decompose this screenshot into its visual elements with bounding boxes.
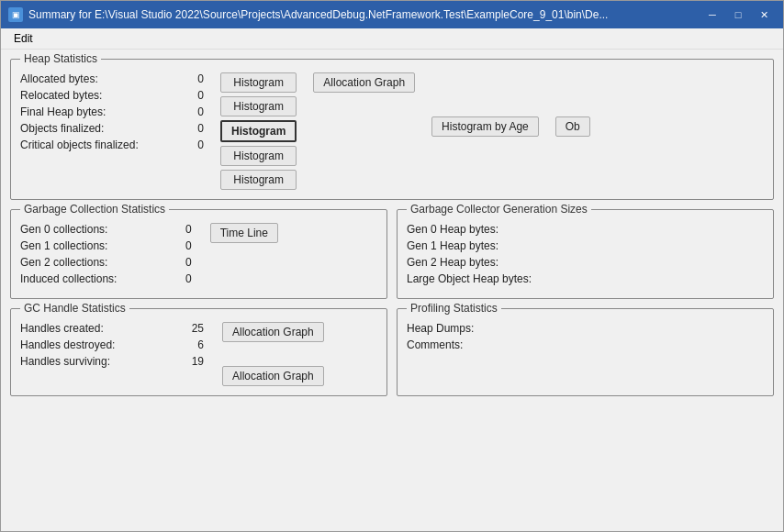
allocated-bytes-row: Allocated bytes: 0 [20,72,213,85]
histogram-age-group: Histogram by Age [431,116,539,137]
gc-handle-rows: Handles created: 25 Handles destroyed: 6… [20,322,213,371]
loh-bytes-row: Large Object Heap bytes: [407,272,764,285]
heap-statistics-group: Heap Statistics Allocated bytes: 0 Reloc… [10,59,774,200]
induced-collections-label: Induced collections: [20,272,185,285]
middle-row: Garbage Collection Statistics Gen 0 coll… [10,209,774,299]
gc-handle-label: GC Handle Statistics [20,302,129,315]
histogram-by-age-btn[interactable]: Histogram by Age [431,116,539,137]
gen2-collections-value: 0 [185,256,192,269]
window-title: Summary for E:\Visual Studio 2022\Source… [28,8,608,21]
gen0-heap-label: Gen 0 Heap bytes: [407,223,572,236]
final-heap-label: Final Heap bytes: [20,105,167,118]
objects-finalized-row: Objects finalized: 0 [20,122,213,135]
app-icon: ▣ [8,7,23,22]
histogram-btn-1[interactable]: Histogram [220,72,297,93]
edit-menu[interactable]: Edit [8,30,39,47]
title-bar: ▣ Summary for E:\Visual Studio 2022\Sour… [1,1,783,28]
menu-bar: Edit [1,28,783,50]
heap-dumps-label: Heap Dumps: [407,322,572,335]
gen1-heap-row: Gen 1 Heap bytes: [407,239,764,252]
handles-surviving-label: Handles surviving: [20,355,167,368]
comments-row: Comments: [407,338,764,351]
critical-objects-value: 0 [167,139,213,151]
handles-surviving-row: Handles surviving: 19 [20,355,213,368]
gc-stats-rows: Gen 0 collections: 0 Gen 1 collections: … [20,223,192,289]
gc-gen-sizes-rows: Gen 0 Heap bytes: Gen 1 Heap bytes: Gen … [407,223,764,285]
bottom-row: GC Handle Statistics Handles created: 25… [10,308,774,396]
allocation-graph-btn-heap[interactable]: Allocation Graph [313,72,415,93]
right-buttons-group: Allocation Graph [313,72,415,93]
gen0-collections-label: Gen 0 collections: [20,223,185,236]
maximize-button[interactable]: □ [726,6,750,24]
handles-created-value: 25 [167,322,213,335]
handles-created-row: Handles created: 25 [20,322,213,335]
gc-handle-statistics-group: GC Handle Statistics Handles created: 25… [10,308,387,396]
minimize-button[interactable]: ─ [700,6,724,24]
gc-generation-sizes-group: Garbage Collector Generation Sizes Gen 0… [397,209,774,299]
gen0-collections-value: 0 [185,223,192,236]
relocated-bytes-value: 0 [167,89,213,102]
gen1-collections-value: 0 [185,239,192,252]
allocation-graph-btn-handle-1[interactable]: Allocation Graph [222,322,324,342]
timeline-btn-area: Time Line [210,223,278,243]
gc-statistics-group: Garbage Collection Statistics Gen 0 coll… [10,209,387,299]
gen2-collections-row: Gen 2 collections: 0 [20,256,192,269]
gen1-collections-label: Gen 1 collections: [20,239,185,252]
handles-surviving-value: 19 [167,355,213,368]
gc-statistics-label: Garbage Collection Statistics [20,203,169,216]
heap-dumps-row: Heap Dumps: [407,322,764,335]
histogram-btn-5[interactable]: Histogram [220,170,297,190]
histogram-btn-2[interactable]: Histogram [220,96,297,116]
handles-destroyed-label: Handles destroyed: [20,338,167,351]
critical-objects-label: Critical objects finalized: [20,139,167,151]
gen2-heap-row: Gen 2 Heap bytes: [407,256,764,269]
gc-generation-sizes-label: Garbage Collector Generation Sizes [407,203,591,216]
induced-collections-row: Induced collections: 0 [20,272,192,285]
gen1-heap-label: Gen 1 Heap bytes: [407,239,572,252]
histogram-btn-4[interactable]: Histogram [220,146,297,166]
induced-collections-value: 0 [185,272,192,285]
allocated-bytes-label: Allocated bytes: [20,72,167,85]
gen2-collections-label: Gen 2 collections: [20,256,185,269]
relocated-bytes-label: Relocated bytes: [20,89,167,102]
comments-label: Comments: [407,338,572,351]
main-window: ▣ Summary for E:\Visual Studio 2022\Sour… [0,0,784,532]
allocation-graph-btn-handle-2[interactable]: Allocation Graph [222,366,324,386]
handles-destroyed-value: 6 [167,338,213,351]
heap-stats-rows: Allocated bytes: 0 Relocated bytes: 0 Fi… [20,72,213,155]
content-area: Heap Statistics Allocated bytes: 0 Reloc… [1,50,783,531]
gen2-heap-label: Gen 2 Heap bytes: [407,256,572,269]
gen1-collections-row: Gen 1 collections: 0 [20,239,192,252]
title-bar-left: ▣ Summary for E:\Visual Studio 2022\Sour… [8,7,700,22]
profiling-statistics-label: Profiling Statistics [407,302,501,315]
profiling-rows: Heap Dumps: Comments: [407,322,764,351]
allocated-bytes-value: 0 [167,72,213,85]
ob-btn-group: Ob [555,116,590,137]
objects-finalized-label: Objects finalized: [20,122,167,135]
profiling-statistics-group: Profiling Statistics Heap Dumps: Comment… [397,308,774,396]
final-heap-value: 0 [167,105,213,118]
relocated-bytes-row: Relocated bytes: 0 [20,89,213,102]
loh-bytes-label: Large Object Heap bytes: [407,272,572,285]
timeline-button[interactable]: Time Line [210,223,278,243]
histogram-buttons-col: Histogram Histogram Histogram Histogram … [220,72,297,190]
objects-finalized-value: 0 [167,122,213,135]
critical-objects-row: Critical objects finalized: 0 [20,139,213,151]
gen0-collections-row: Gen 0 collections: 0 [20,223,192,236]
final-heap-row: Final Heap bytes: 0 [20,105,213,118]
handles-created-label: Handles created: [20,322,167,335]
gen0-heap-row: Gen 0 Heap bytes: [407,223,764,236]
handles-destroyed-row: Handles destroyed: 6 [20,338,213,351]
title-bar-controls: ─ □ ✕ [700,6,776,24]
close-button[interactable]: ✕ [752,6,776,24]
heap-statistics-label: Heap Statistics [20,52,101,65]
handle-allocation-btns: Allocation Graph Allocation Graph [222,322,324,386]
histogram-btn-3-primary[interactable]: Histogram [220,120,297,142]
ob-button[interactable]: Ob [555,116,590,137]
